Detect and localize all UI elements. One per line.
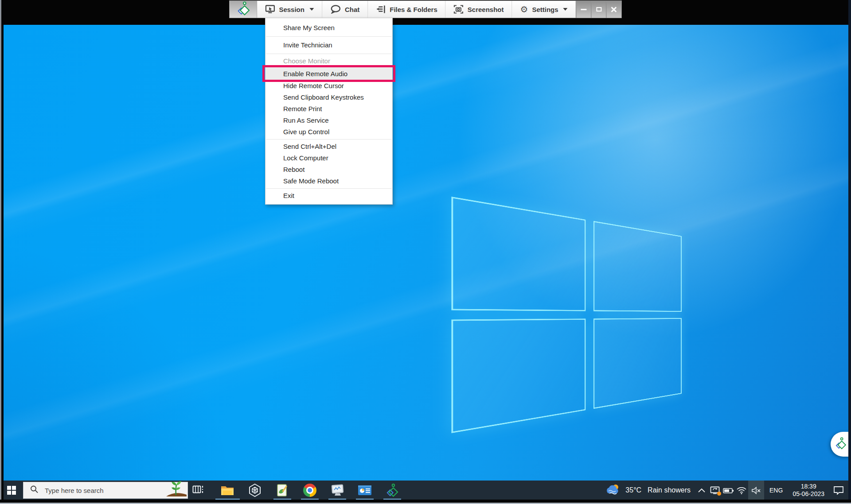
taskbar-monitor-app-icon[interactable]	[324, 481, 351, 500]
menu-separator	[266, 188, 392, 189]
taskbar-file-explorer-icon[interactable]	[214, 481, 241, 500]
files-folders-button-label: Files & Folders	[390, 6, 437, 13]
assist-logo-icon	[835, 437, 847, 452]
gear-icon: ⚙	[520, 5, 528, 14]
task-view-button[interactable]	[188, 481, 208, 500]
taskbar-box-app-icon[interactable]	[241, 481, 269, 500]
weather-widget[interactable]: 35°C Rain showers	[601, 481, 695, 500]
assist-logo-icon	[237, 1, 250, 18]
menu-item-remote-print[interactable]: Remote Print	[265, 103, 392, 115]
menu-separator	[266, 54, 392, 54]
screen-share-sync-icon	[710, 486, 720, 495]
clock-date: 05-06-2023	[792, 490, 824, 498]
menu-item-exit[interactable]: Exit	[265, 190, 392, 202]
menu-item-enable-remote-audio[interactable]: Enable Remote Audio	[265, 67, 392, 80]
window-controls	[576, 1, 621, 18]
action-center-icon	[833, 486, 844, 495]
screen-left-border	[1, 0, 4, 504]
windows-taskbar: 35°C Rain showers	[0, 481, 851, 500]
session-button-label: Session	[279, 6, 304, 13]
settings-button-label: Settings	[532, 6, 558, 13]
settings-button[interactable]: ⚙ Settings	[512, 1, 576, 18]
notification-badge	[717, 492, 721, 496]
clock[interactable]: 18:39 05-06-2023	[788, 483, 829, 498]
menu-item-send-clipboard-keystrokes[interactable]: Send Clipboard Keystrokes	[265, 92, 392, 103]
maximize-button[interactable]	[591, 1, 606, 18]
close-icon	[611, 7, 617, 12]
chevron-down-icon	[309, 8, 314, 11]
language-label: ENG	[769, 487, 783, 494]
show-hidden-icons-button[interactable]	[695, 481, 708, 500]
windows-logo-pane	[593, 318, 682, 409]
chat-button-label: Chat	[345, 6, 359, 13]
volume-tray-button[interactable]	[748, 481, 764, 500]
menu-item-safe-mode-reboot[interactable]: Safe Mode Reboot	[265, 175, 392, 187]
files-folders-icon	[376, 5, 386, 14]
minimize-icon	[581, 9, 587, 10]
windows-logo-pane	[451, 197, 586, 311]
menu-item-choose-monitor: Choose Monitor	[265, 55, 392, 67]
weather-rain-icon	[606, 484, 621, 497]
screenshot-camera-icon	[454, 5, 464, 14]
language-indicator[interactable]: ENG	[764, 481, 788, 500]
menu-item-share-my-screen[interactable]: Share My Screen	[265, 21, 392, 35]
windows-logo-pane	[451, 318, 586, 433]
assist-logo-button[interactable]	[230, 1, 257, 18]
menu-item-give-up-control[interactable]: Give up Control	[265, 126, 392, 138]
start-icon	[7, 486, 16, 495]
windows-wallpaper-logo	[451, 197, 682, 433]
chevron-down-icon	[563, 8, 568, 11]
assist-toolbar: Session Chat Files & Folders	[229, 0, 621, 18]
desktop-wallpaper	[0, 25, 851, 481]
taskbar-search-box[interactable]	[23, 482, 188, 499]
search-icon	[30, 485, 39, 496]
menu-separator	[266, 36, 392, 37]
menu-item-hide-remote-cursor[interactable]: Hide Remote Cursor	[265, 80, 392, 92]
screenshot-button[interactable]: Screenshot	[446, 1, 512, 18]
screen-bottom-border	[0, 500, 851, 503]
search-input[interactable]	[45, 487, 147, 494]
maximize-icon	[596, 7, 601, 12]
remote-session-screen: Session Chat Files & Folders	[0, 0, 851, 504]
weather-condition: Rain showers	[648, 486, 691, 494]
screenshot-button-label: Screenshot	[468, 6, 504, 13]
menu-item-enable-remote-audio-label: Enable Remote Audio	[283, 70, 347, 78]
taskbar-zoho-assist-icon[interactable]	[379, 481, 406, 500]
menu-item-invite-technician[interactable]: Invite Technician	[265, 38, 392, 52]
system-tray: 35°C Rain showers	[601, 481, 851, 500]
battery-tray-button[interactable]	[722, 481, 735, 500]
menu-item-send-ctrl-alt-del[interactable]: Send Ctrl+Alt+Del	[265, 141, 392, 152]
chat-bubble-icon	[330, 5, 341, 14]
pinned-apps	[214, 481, 406, 500]
battery-charging-icon	[722, 487, 734, 494]
chevron-up-icon	[698, 488, 705, 492]
menu-separator	[266, 139, 392, 140]
session-button[interactable]: Session	[257, 1, 322, 18]
wifi-tray-button[interactable]	[735, 481, 748, 500]
menu-item-lock-computer[interactable]: Lock Computer	[265, 152, 392, 164]
minimize-button[interactable]	[576, 1, 591, 18]
taskbar-chrome-icon[interactable]	[296, 481, 324, 500]
chat-button[interactable]: Chat	[322, 1, 368, 18]
weather-temperature: 35°C	[625, 486, 641, 494]
menu-item-reboot[interactable]: Reboot	[265, 164, 392, 175]
speaker-muted-icon	[751, 487, 761, 494]
taskbar-notepad-plus-plus-icon[interactable]	[269, 481, 296, 500]
wifi-icon	[737, 487, 746, 494]
files-folders-button[interactable]: Files & Folders	[368, 1, 446, 18]
clock-time: 18:39	[792, 483, 824, 490]
session-monitor-icon	[265, 5, 275, 14]
screen-share-tray-button[interactable]	[708, 481, 722, 500]
session-dropdown-menu: Share My Screen Invite Technician Choose…	[265, 18, 393, 205]
seedling-icon	[158, 480, 187, 498]
menu-item-run-as-service[interactable]: Run As Service	[265, 115, 392, 126]
windows-logo-pane	[593, 221, 682, 312]
task-view-icon	[192, 485, 204, 496]
close-button[interactable]	[606, 1, 621, 18]
taskbar-console-app-icon[interactable]	[351, 481, 379, 500]
screen-right-border	[848, 0, 851, 504]
action-center-button[interactable]	[829, 481, 848, 500]
